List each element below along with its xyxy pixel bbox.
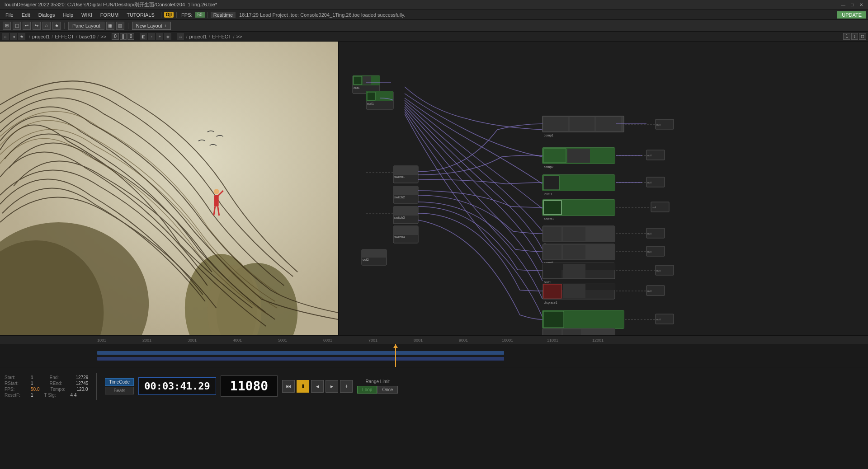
svg-text:2001: 2001 xyxy=(142,338,151,342)
breadcrumb-slash-3: / xyxy=(76,34,77,39)
pause-button[interactable]: ⏸ xyxy=(297,380,309,393)
svg-text:null: null xyxy=(647,250,651,253)
rend-value: 12745 xyxy=(76,381,89,386)
svg-rect-81 xyxy=(543,245,561,259)
svg-rect-71 xyxy=(542,226,615,242)
toolbar-icon-1[interactable]: ⊞ xyxy=(3,22,11,30)
oi-badge[interactable]: O|I xyxy=(164,12,174,18)
menu-forum[interactable]: FORUM xyxy=(97,11,122,19)
svg-rect-87 xyxy=(542,263,615,279)
toolbar-icon-2[interactable]: ◫ xyxy=(13,22,21,30)
svg-text:Pass: Pass xyxy=(544,243,551,246)
menu-dialogs[interactable]: Dialogs xyxy=(35,11,59,19)
breadcrumb-slash-4: / xyxy=(97,34,99,39)
pane-num-2[interactable]: || xyxy=(120,33,127,40)
menu-tutorials[interactable]: TUTORIALS xyxy=(123,11,158,19)
breadcrumb-arrow-l[interactable]: >> xyxy=(100,34,106,39)
svg-rect-38 xyxy=(542,116,624,132)
toolbar-icon-5[interactable]: ⌂ xyxy=(42,22,51,30)
right-nav-home[interactable]: ⌂ xyxy=(177,33,184,40)
close-button[interactable]: ✕ xyxy=(858,2,864,8)
toolbar-icon-4[interactable]: ↪ xyxy=(33,22,41,30)
tsig-value: 4 4 xyxy=(71,393,77,398)
go-end-button[interactable]: + xyxy=(340,380,353,393)
end-label: End: xyxy=(50,375,72,380)
timecode-tab[interactable]: TimeCode xyxy=(105,378,134,386)
pane-num-1[interactable]: 0 xyxy=(112,33,119,40)
loop-button[interactable]: Loop xyxy=(357,386,377,394)
svg-rect-114 xyxy=(563,329,581,335)
nav-home-icon[interactable]: ⌂ xyxy=(2,33,9,40)
svg-rect-30 xyxy=(393,226,418,243)
breadcrumb-bar: ⌂ ◂ ★ / project1 / EFFECT / base10 / >> … xyxy=(0,32,868,42)
breadcrumb-slash-2: / xyxy=(52,34,53,39)
update-button[interactable]: UPDATE xyxy=(837,11,866,19)
svg-rect-131 xyxy=(97,357,504,361)
right-effect[interactable]: EFFECT xyxy=(212,34,231,39)
realtime-badge[interactable]: Realtime xyxy=(211,12,236,18)
svg-text:null: null xyxy=(656,269,660,272)
svg-rect-57 xyxy=(543,176,559,190)
svg-rect-65 xyxy=(543,201,561,215)
status-message: 18:17:29 Load Project .toe: Console0204_… xyxy=(236,12,408,18)
svg-rect-69 xyxy=(651,202,669,212)
menu-help[interactable]: Help xyxy=(59,11,77,19)
stat-row-2: RStart: 1 REnd: 12745 xyxy=(5,381,88,386)
toolbar-icon-3[interactable]: ↩ xyxy=(23,22,31,30)
right-project1[interactable]: project1 xyxy=(189,34,207,39)
svg-text:null1: null1 xyxy=(367,102,374,105)
view-icon-3[interactable]: + xyxy=(156,33,163,40)
once-button[interactable]: Once xyxy=(377,386,398,394)
nav-back-icon[interactable]: ◂ xyxy=(10,33,17,40)
svg-rect-28 xyxy=(393,206,418,216)
new-layout-button[interactable]: New Layout + xyxy=(132,22,171,30)
right-slash-2: / xyxy=(209,34,210,39)
go-start-button[interactable]: ⏮ xyxy=(282,380,295,393)
next-frame-button[interactable]: ▸ xyxy=(326,380,338,393)
beats-tab[interactable]: Beats xyxy=(105,387,134,394)
svg-text:3001: 3001 xyxy=(188,338,197,342)
svg-text:5001: 5001 xyxy=(278,338,287,342)
frame-display[interactable]: 11080 xyxy=(221,375,278,397)
timeline-area[interactable] xyxy=(0,344,868,367)
view-icon-1[interactable]: ◧ xyxy=(140,33,147,40)
view-icon-2[interactable]: ◦ xyxy=(148,33,155,40)
bottom-bar: 1001 2001 3001 4001 5001 6001 7001 8001 … xyxy=(0,335,868,405)
pane-layout-button[interactable]: Pane Layout xyxy=(68,22,104,30)
menu-edit[interactable]: Edit xyxy=(18,11,34,19)
toolbar-icon-8[interactable]: ▧ xyxy=(116,22,124,30)
maximize-button[interactable]: □ xyxy=(849,2,855,8)
toolbar-icon-6[interactable]: ★ xyxy=(52,22,61,30)
timecode-display[interactable]: 00:03:41.29 xyxy=(138,377,216,395)
right-pane-num-2[interactable]: ↕ xyxy=(851,33,858,40)
svg-rect-116 xyxy=(0,336,868,344)
svg-text:final1: final1 xyxy=(544,330,552,333)
window-controls: — □ ✕ xyxy=(840,2,864,8)
view-icon-4[interactable]: ◈ xyxy=(164,33,171,40)
breadcrumb-effect[interactable]: EFFECT xyxy=(55,34,74,39)
nav-star-icon[interactable]: ★ xyxy=(18,33,25,40)
breadcrumb-base10[interactable]: base10 xyxy=(79,34,95,39)
svg-rect-40 xyxy=(543,117,568,131)
svg-text:11001: 11001 xyxy=(547,338,558,342)
toolbar-icon-7[interactable]: ▦ xyxy=(106,22,114,30)
breadcrumb-project1[interactable]: project1 xyxy=(32,34,50,39)
prev-frame-button[interactable]: ◂ xyxy=(311,380,324,393)
svg-rect-19 xyxy=(367,92,375,100)
minimize-button[interactable]: — xyxy=(840,2,846,8)
svg-rect-112 xyxy=(542,328,615,335)
menu-wiki[interactable]: WIKI xyxy=(78,11,96,19)
pane-num-3[interactable]: 0 xyxy=(127,33,135,40)
right-arrow[interactable]: >> xyxy=(236,34,242,39)
svg-rect-82 xyxy=(563,245,585,259)
menu-separator-2 xyxy=(176,12,177,18)
svg-rect-74 xyxy=(563,227,585,241)
right-pane-controls: 1 ↕ □ xyxy=(843,33,866,40)
svg-rect-22 xyxy=(393,166,418,175)
stats-panel: Start: 1 End: 12729 RStart: 1 REnd: 1274… xyxy=(5,375,88,398)
svg-text:out1: out1 xyxy=(354,86,360,89)
right-pane-num-1[interactable]: 1 xyxy=(843,33,850,40)
menu-file[interactable]: File xyxy=(2,11,17,19)
svg-rect-95 xyxy=(542,283,615,299)
right-pane-num-3[interactable]: □ xyxy=(859,33,866,40)
